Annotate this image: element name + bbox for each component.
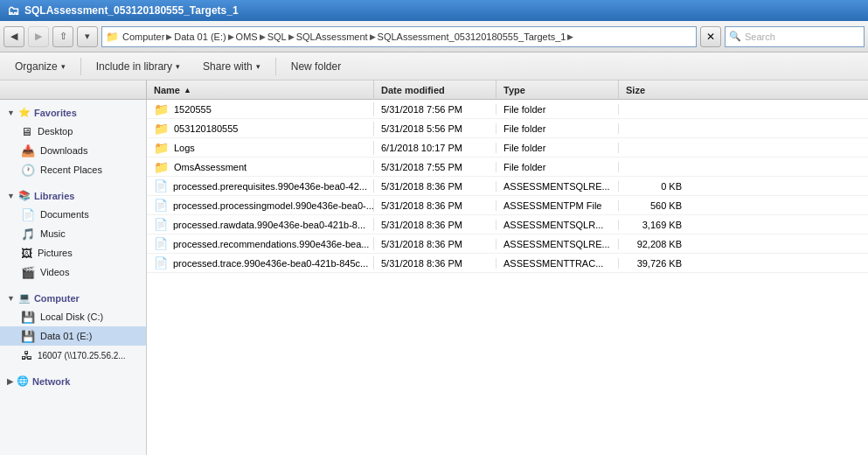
data01-e-label: Data 01 (E:) (40, 331, 92, 341)
sidebar-item-downloads[interactable]: 📥 Downloads (0, 141, 146, 160)
col-header-size[interactable]: Size (619, 80, 689, 100)
folder-icon: 📁 (154, 122, 169, 136)
file-icon: 📄 (154, 199, 168, 212)
sidebar: ▼ ⭐ Favorites 🖥 Desktop 📥 Downloads 🕐 Re… (0, 100, 147, 455)
libraries-arrow: ▼ (7, 192, 15, 200)
computer-icon: 💻 (18, 292, 31, 304)
file-area: 📁 1520555 5/31/2018 7:56 PM File folder … (147, 100, 868, 455)
file-row[interactable]: 📁 Logs 6/1/2018 10:17 PM File folder (147, 138, 868, 158)
address-segment-computer[interactable]: Computer (122, 32, 164, 42)
refresh-button[interactable]: ✕ (700, 26, 721, 47)
file-row[interactable]: 📄 processed.processingmodel.990e436e-bea… (147, 196, 868, 215)
file-cell-type: ASSESSMENTSQLRE... (496, 181, 619, 192)
sidebar-divider-2 (0, 282, 146, 289)
favorites-label: Favorites (34, 108, 77, 118)
nav-bar: ◀ ▶ ⇧ ▾ 📁 Computer ▶ Data 01 (E:) ▶ OMS … (0, 21, 868, 52)
computer-arrow: ▼ (7, 294, 15, 303)
file-row[interactable]: 📁 OmsAssessment 5/31/2018 7:55 PM File f… (147, 158, 868, 177)
file-cell-size: 3,169 KB (619, 220, 689, 230)
documents-label: Documents (40, 209, 89, 220)
address-segment-sqlassessment[interactable]: SQLAssessment (296, 32, 368, 42)
sidebar-item-desktop[interactable]: 🖥 Desktop (0, 122, 146, 141)
file-name: processed.prerequisites.990e436e-bea0-42… (173, 181, 367, 192)
address-segment-drive[interactable]: Data 01 (E:) (174, 32, 226, 42)
file-cell-name: 📄 processed.recommendations.990e436e-bea… (147, 237, 374, 250)
favorites-icon: ⭐ (18, 107, 31, 118)
recent-button[interactable]: ▾ (77, 26, 98, 47)
network-arrow: ▶ (7, 377, 13, 386)
recent-places-icon: 🕐 (21, 164, 35, 177)
documents-icon: 📄 (21, 208, 35, 221)
file-cell-type: ASSESSMENTSQLR... (496, 220, 619, 230)
sidebar-item-pictures[interactable]: 🖼 Pictures (0, 243, 146, 262)
file-name: processed.processingmodel.990e436e-bea0-… (173, 200, 374, 211)
file-row[interactable]: 📁 053120180555 5/31/2018 5:56 PM File fo… (147, 119, 868, 138)
file-cell-date: 6/1/2018 10:17 PM (374, 143, 496, 153)
file-cell-date: 5/31/2018 8:36 PM (374, 181, 496, 192)
sidebar-section-network[interactable]: ▶ 🌐 Network (0, 372, 146, 390)
sidebar-item-local-disk-c[interactable]: 💾 Local Disk (C:) (0, 307, 146, 326)
include-library-button[interactable]: Include in library ▾ (88, 56, 188, 77)
sidebar-item-recent-places[interactable]: 🕐 Recent Places (0, 160, 146, 179)
col-header-date[interactable]: Date modified (374, 80, 496, 100)
sidebar-item-videos[interactable]: 🎬 Videos (0, 262, 146, 282)
toolbar: Organize ▾ Include in library ▾ Share wi… (0, 52, 868, 80)
col-header-type[interactable]: Type (496, 80, 619, 100)
column-headers: Name ▲ Date modified Type Size (0, 80, 868, 100)
sidebar-section-favorites[interactable]: ▼ ⭐ Favorites (0, 103, 146, 122)
file-row[interactable]: 📄 processed.prerequisites.990e436e-bea0-… (147, 177, 868, 196)
recent-places-label: Recent Places (40, 164, 102, 175)
file-row[interactable]: 📁 1520555 5/31/2018 7:56 PM File folder (147, 100, 868, 119)
file-cell-date: 5/31/2018 5:56 PM (374, 123, 496, 134)
desktop-icon: 🖥 (21, 125, 32, 138)
downloads-icon: 📥 (21, 144, 35, 158)
title-bar-icon: 🗂 (7, 4, 19, 18)
file-row[interactable]: 📄 processed.trace.990e436e-bea0-421b-845… (147, 254, 868, 273)
data01-e-icon: 💾 (21, 330, 35, 343)
sidebar-item-network-drive[interactable]: 🖧 16007 (\\170.25.56.2... (0, 346, 146, 365)
file-icon: 📄 (154, 179, 168, 192)
file-cell-type: File folder (496, 143, 619, 153)
title-bar-title: SQLAssessment_053120180555_Targets_1 (24, 4, 239, 17)
file-cell-size: 39,726 KB (619, 258, 689, 269)
forward-button[interactable]: ▶ (28, 26, 49, 47)
address-bar[interactable]: 📁 Computer ▶ Data 01 (E:) ▶ OMS ▶ SQL ▶ … (101, 26, 697, 47)
file-cell-date: 5/31/2018 8:36 PM (374, 258, 496, 269)
downloads-label: Downloads (40, 145, 87, 156)
new-folder-button[interactable]: New folder (283, 56, 349, 77)
file-cell-type: File folder (496, 104, 619, 115)
share-with-button[interactable]: Share with ▾ (195, 56, 268, 77)
up-button[interactable]: ⇧ (52, 26, 73, 47)
sidebar-section-computer[interactable]: ▼ 💻 Computer (0, 289, 146, 307)
sidebar-section-libraries[interactable]: ▼ 📚 Libraries (0, 186, 146, 205)
file-row[interactable]: 📄 processed.rawdata.990e436e-bea0-421b-8… (147, 215, 868, 234)
col-header-name[interactable]: Name ▲ (147, 80, 374, 100)
sidebar-item-music[interactable]: 🎵 Music (0, 224, 146, 243)
sidebar-item-documents[interactable]: 📄 Documents (0, 205, 146, 224)
libraries-label: Libraries (34, 191, 74, 201)
favorites-arrow: ▼ (7, 108, 15, 117)
file-name: 1520555 (174, 104, 212, 115)
file-icon: 📄 (154, 256, 168, 270)
folder-icon: 📁 (154, 160, 169, 174)
network-icon: 🌐 (17, 375, 29, 387)
pictures-label: Pictures (38, 248, 73, 258)
organize-button[interactable]: Organize ▾ (7, 56, 73, 77)
videos-icon: 🎬 (21, 266, 35, 279)
address-path: Computer ▶ Data 01 (E:) ▶ OMS ▶ SQL ▶ SQ… (122, 32, 573, 42)
file-name: processed.recommendations.990e436e-bea..… (173, 239, 369, 249)
search-bar[interactable]: 🔍 Search (725, 26, 865, 47)
network-drive-icon: 🖧 (21, 349, 32, 362)
organize-chevron: ▾ (61, 62, 66, 71)
file-cell-name: 📄 processed.rawdata.990e436e-bea0-421b-8… (147, 218, 374, 231)
include-library-label: Include in library (96, 60, 172, 73)
file-row[interactable]: 📄 processed.recommendations.990e436e-bea… (147, 234, 868, 254)
sidebar-item-data01-e[interactable]: 💾 Data 01 (E:) (0, 326, 146, 346)
address-segment-current[interactable]: SQLAssessment_053120180555_Targets_1 (378, 32, 566, 42)
back-button[interactable]: ◀ (3, 26, 24, 47)
file-name: processed.rawdata.990e436e-bea0-421b-8..… (173, 220, 365, 230)
address-segment-sql[interactable]: SQL (267, 32, 287, 42)
local-disk-c-icon: 💾 (21, 311, 35, 324)
address-segment-oms[interactable]: OMS (236, 32, 258, 42)
share-with-label: Share with (203, 60, 253, 73)
